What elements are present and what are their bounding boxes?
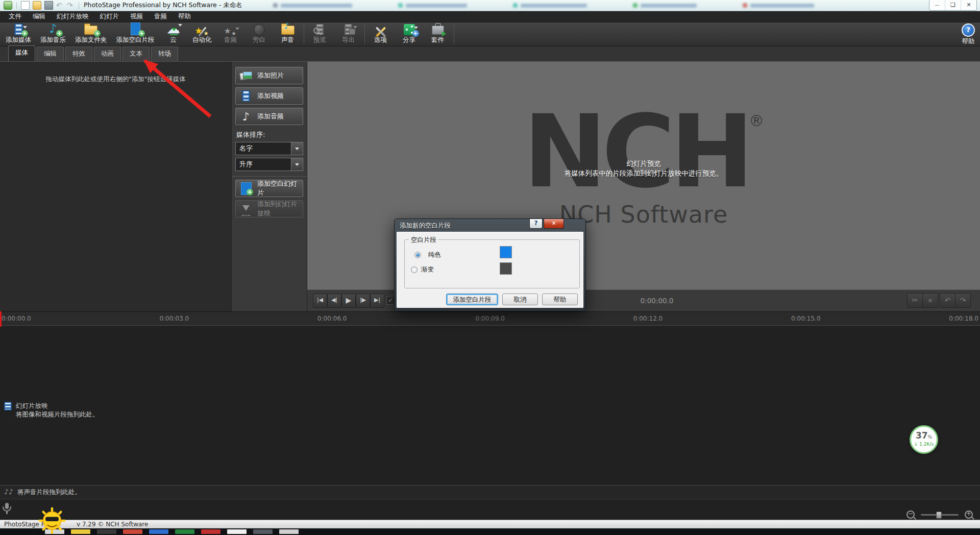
toolbar-label: 添加媒体 <box>6 36 31 44</box>
narration-track[interactable] <box>0 499 980 520</box>
timeline-zoom-controls <box>906 510 973 519</box>
help-button[interactable]: 帮助 <box>962 23 975 46</box>
slideshow-icon <box>4 402 12 410</box>
cancel-button[interactable]: 取消 <box>502 294 538 305</box>
taskbar-thumbnail[interactable] <box>123 529 142 534</box>
taskbar-thumbnail[interactable] <box>71 529 90 534</box>
toolbar-label: 自动化 <box>192 36 212 44</box>
gradient-radio-row[interactable]: 渐变 <box>411 265 434 274</box>
add-video-button[interactable]: 添加视频 <box>235 87 303 105</box>
gradient-color-swatch[interactable] <box>500 262 512 275</box>
video-track[interactable]: 幻灯片放映 将图像和视频片段拖到此处。 <box>0 325 980 485</box>
menu-slide[interactable]: 幻灯片 <box>94 11 125 22</box>
preview-hint: 幻灯片预览 将媒体列表中的片段添加到幻灯片放映中进行预览。 <box>565 159 723 178</box>
toolbar-label: 选项 <box>374 36 387 44</box>
radio-label: 渐变 <box>421 265 434 274</box>
dialog-body: 空白片段 纯色 渐变 添加空白片段 取消 帮助 <box>397 232 583 308</box>
add-photos-button[interactable]: 添加照片 <box>235 67 303 84</box>
share-button[interactable]: 分享 <box>395 24 424 46</box>
microphone-icon[interactable] <box>5 503 9 509</box>
dialog-help-button[interactable]: 帮助 <box>542 294 578 305</box>
menu-bar: 文件 编辑 幻灯片放映 幻灯片 视频 音频 帮助 <box>0 11 980 22</box>
ruler-label: 0:00:15.0 <box>791 315 821 322</box>
add-folder-icon <box>83 25 99 35</box>
tab-effects[interactable]: 特效 <box>65 46 92 61</box>
minimize-button[interactable] <box>929 0 945 10</box>
cloud-button[interactable]: 云 <box>159 24 188 46</box>
new-file-icon[interactable] <box>21 1 30 10</box>
add-photos-icon <box>239 69 253 82</box>
zoom-slider-handle[interactable] <box>936 512 942 519</box>
dialog-close-icon[interactable] <box>544 219 564 229</box>
menu-slideshow[interactable]: 幻灯片放映 <box>51 11 94 22</box>
taskbar-thumbnail[interactable] <box>227 529 247 534</box>
options-button[interactable]: 选项 <box>366 24 395 46</box>
close-button[interactable] <box>961 0 976 10</box>
tab-animation[interactable]: 动画 <box>94 46 121 61</box>
maximize-button[interactable] <box>945 0 961 10</box>
timeline-ruler[interactable]: 0:00:00.0 0:00:03.0 0:00:06.0 0:00:09.0 … <box>0 311 980 325</box>
menu-edit[interactable]: 编辑 <box>27 11 51 22</box>
add-folder-button[interactable]: 添加文件夹 <box>70 24 112 46</box>
toolbar-label: 分享 <box>403 36 415 44</box>
skip-to-start-button[interactable] <box>313 294 327 308</box>
open-file-icon[interactable] <box>33 1 41 10</box>
undo-icon[interactable] <box>56 2 64 9</box>
tab-text[interactable]: 文本 <box>122 46 150 61</box>
audio-track[interactable]: 将声音片段拖到此处。 <box>0 485 980 499</box>
dialog-help-icon[interactable] <box>529 219 543 229</box>
sort-order-select[interactable]: 升序 <box>235 158 303 171</box>
button-label: 添加视频 <box>257 91 284 101</box>
step-forward-button[interactable] <box>356 294 370 308</box>
sort-field-select[interactable]: 名字 <box>235 142 303 155</box>
suite-icon <box>430 25 446 35</box>
solid-color-swatch[interactable] <box>500 246 512 258</box>
toolbar-label: 导出 <box>342 36 355 44</box>
play-button[interactable] <box>341 294 356 308</box>
add-audio-button[interactable]: 添加音频 <box>235 108 303 125</box>
sound-button[interactable]: 声音 <box>274 24 302 46</box>
suite-button[interactable]: 套件 <box>424 24 452 46</box>
radio-icon[interactable] <box>411 266 418 273</box>
automation-button[interactable]: 自动化 <box>188 24 216 46</box>
taskbar-thumbnail[interactable] <box>97 529 116 534</box>
add-media-button[interactable]: 添加媒体 <box>1 24 36 46</box>
step-back-button[interactable] <box>327 294 341 308</box>
add-panel: 添加照片 添加视频 添加音频 媒体排序: 名字 升序 添加空白幻灯片 添加到幻灯… <box>231 61 307 311</box>
add-media-icon <box>10 23 27 35</box>
radio-selected-icon[interactable] <box>414 252 421 258</box>
taskbar-thumbnail[interactable] <box>279 529 299 534</box>
tab-transitions[interactable]: 转场 <box>151 46 178 61</box>
add-blank-clip-button[interactable]: 添加空白片段 <box>112 24 159 46</box>
taskbar-thumbnail[interactable] <box>201 529 220 534</box>
taskbar-thumbnail[interactable] <box>149 529 168 534</box>
redo-icon[interactable] <box>67 2 75 9</box>
chevron-down-icon[interactable] <box>291 142 303 155</box>
media-list-panel[interactable]: 拖动媒体到此处或使用右侧的"添加"按钮选择媒体 <box>0 61 231 311</box>
preview-button: 预览 <box>306 24 334 46</box>
playhead-marker[interactable] <box>0 311 2 327</box>
solid-color-radio-row[interactable]: 纯色 <box>411 249 441 261</box>
download-progress-badge[interactable]: 37% ↓ 1.2K/s <box>910 425 938 454</box>
zoom-in-icon[interactable] <box>965 510 973 519</box>
taskbar-thumbnail[interactable] <box>175 529 194 534</box>
tab-media[interactable]: 媒体 <box>8 45 35 61</box>
add-music-button[interactable]: 添加音乐 <box>36 24 70 46</box>
tab-edit[interactable]: 编辑 <box>37 46 64 61</box>
add-blank-clip-confirm-button[interactable]: 添加空白片段 <box>446 294 498 305</box>
background-window-tabs <box>273 3 814 8</box>
add-blank-slide-button[interactable]: 添加空白幻灯片 <box>235 180 303 197</box>
chevron-down-icon[interactable] <box>291 158 303 171</box>
blurred-tab <box>633 3 697 8</box>
add-music-icon <box>45 21 61 35</box>
skip-to-end-button[interactable] <box>370 294 384 308</box>
ruler-label: 0:00:18.0 <box>949 315 978 322</box>
save-icon[interactable] <box>44 1 53 10</box>
undo-icon <box>940 293 955 308</box>
menu-video[interactable]: 视频 <box>125 11 149 22</box>
taskbar-thumbnail[interactable] <box>253 529 273 534</box>
menu-file[interactable]: 文件 <box>3 11 27 22</box>
zoom-slider[interactable] <box>921 514 959 516</box>
add-video-icon <box>239 90 253 102</box>
zoom-out-icon[interactable] <box>906 510 915 519</box>
